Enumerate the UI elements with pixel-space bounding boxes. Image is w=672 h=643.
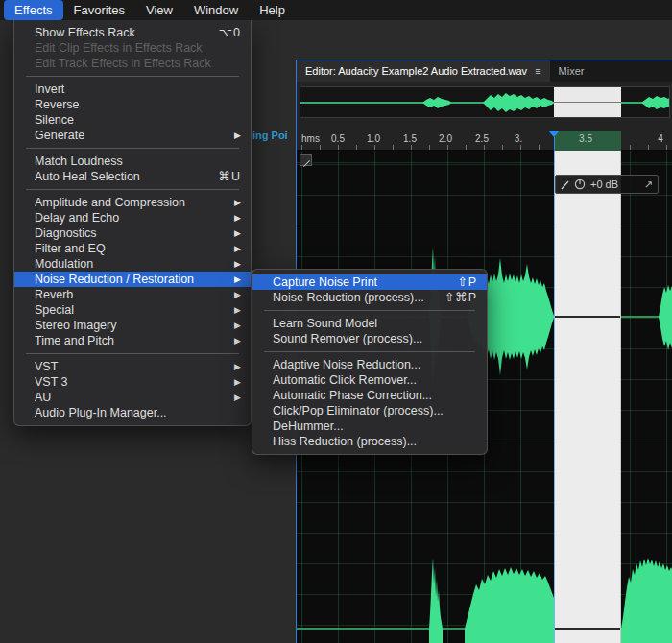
menu-item-show-effects-rack[interactable]: Show Effects Rack⌥0 <box>14 25 251 40</box>
effects-menu: Show Effects Rack⌥0Edit Clip Effects in … <box>13 20 252 426</box>
menu-item-modulation[interactable]: Modulation▶ <box>14 256 251 272</box>
menu-item-reverse[interactable]: Reverse <box>14 97 251 112</box>
menu-item-delay-and-echo[interactable]: Delay and Echo▶ <box>14 210 251 226</box>
submenu-arrow-icon: ▶ <box>231 256 241 272</box>
menu-separator <box>26 353 239 354</box>
menu-item-match-loudness[interactable]: Match Loudness <box>14 154 251 169</box>
menubar-item-window[interactable]: Window <box>183 0 249 20</box>
submenu-arrow-icon: ▶ <box>231 272 241 287</box>
menu-item-sound-remover-process[interactable]: Sound Remover (process)... <box>252 331 487 346</box>
menu-item-shortcut: ⌘U <box>218 169 241 184</box>
menu-item-edit-track-effects-in-effects-rack: Edit Track Effects in Effects Rack <box>14 56 251 71</box>
menu-item-audio-plug-in-manager[interactable]: Audio Plug-In Manager... <box>14 405 251 420</box>
menu-item-label: Amplitude and Compression <box>35 195 222 210</box>
menu-item-vst[interactable]: VST▶ <box>14 359 251 374</box>
submenu-arrow-icon: ▶ <box>231 128 241 143</box>
panel-tabbar: Editor: Audacity Example2 Audio Extracte… <box>297 60 672 82</box>
menu-item-filter-and-eq[interactable]: Filter and EQ▶ <box>14 241 251 256</box>
menu-item-special[interactable]: Special▶ <box>14 302 251 318</box>
menu-item-label: Diagnostics <box>35 226 222 241</box>
menu-item-label: Click/Pop Eliminator (process)... <box>273 403 477 418</box>
menu-item-label: Match Loudness <box>35 154 241 169</box>
menu-item-amplitude-and-compression[interactable]: Amplitude and Compression▶ <box>14 195 251 210</box>
menu-item-automatic-click-remover[interactable]: Automatic Click Remover... <box>252 372 487 388</box>
menu-item-label: Delay and Echo <box>35 210 222 226</box>
menu-item-label: Show Effects Rack <box>35 25 202 40</box>
menu-item-capture-noise-print[interactable]: Capture Noise Print⇧P <box>252 274 487 290</box>
noise-reduction-submenu: Capture Noise Print⇧PNoise Reduction (pr… <box>252 269 488 455</box>
menu-item-label: Special <box>35 302 222 318</box>
gain-knob-icon[interactable] <box>574 179 586 190</box>
menu-item-label: Automatic Click Remover... <box>273 372 477 388</box>
submenu-arrow-icon: ▶ <box>231 287 241 302</box>
menu-item-automatic-phase-correction[interactable]: Automatic Phase Correction... <box>252 388 487 403</box>
submenu-arrow-icon: ▶ <box>231 333 241 348</box>
menu-item-noise-reduction-restoration[interactable]: Noise Reduction / Restoration▶ <box>14 272 251 287</box>
gain-value[interactable]: +0 dB <box>590 179 618 190</box>
panel-menu-icon[interactable]: ≡ <box>535 65 540 77</box>
submenu-arrow-icon: ▶ <box>231 318 241 333</box>
menu-item-stereo-imagery[interactable]: Stereo Imagery▶ <box>14 318 251 333</box>
menu-separator <box>26 148 239 149</box>
menu-item-time-and-pitch[interactable]: Time and Pitch▶ <box>14 333 251 348</box>
menu-item-label: Noise Reduction / Restoration <box>35 272 222 287</box>
ruler-tick-4: 4 <box>658 133 663 144</box>
menubar-item-favorites[interactable]: Favorites <box>63 0 135 20</box>
menu-item-click-pop-eliminator-process[interactable]: Click/Pop Eliminator (process)... <box>252 403 487 418</box>
menu-item-label: Edit Clip Effects in Effects Rack <box>35 40 241 56</box>
tab-mixer[interactable]: Mixer <box>550 60 593 82</box>
menu-item-label: Audio Plug-In Manager... <box>35 405 241 420</box>
clipped-label-fragment: ing Poi <box>252 130 288 141</box>
menu-item-noise-reduction-process[interactable]: Noise Reduction (process)...⇧⌘P <box>252 290 487 305</box>
menu-item-label: Filter and EQ <box>35 241 222 256</box>
menu-item-auto-heal-selection[interactable]: Auto Heal Selection⌘U <box>14 169 251 184</box>
menu-item-dehummer[interactable]: DeHummer... <box>252 418 487 434</box>
submenu-arrow-icon: ▶ <box>231 390 241 405</box>
menu-item-diagnostics[interactable]: Diagnostics▶ <box>14 226 251 241</box>
menubar-item-help[interactable]: Help <box>249 0 296 20</box>
menu-item-label: Time and Pitch <box>35 333 222 348</box>
menu-item-edit-clip-effects-in-effects-rack: Edit Clip Effects in Effects Rack <box>14 40 251 56</box>
submenu-arrow-icon: ▶ <box>231 374 241 390</box>
selection-region[interactable] <box>554 151 621 643</box>
submenu-arrow-icon: ▶ <box>231 359 241 374</box>
menubar-item-view[interactable]: View <box>135 0 183 20</box>
menu-item-label: AU <box>35 390 222 405</box>
submenu-arrow-icon: ▶ <box>231 195 241 210</box>
menu-item-reverb[interactable]: Reverb▶ <box>14 287 251 302</box>
timeline-ruler[interactable]: hms0.51.01.52.02.53.3.54 <box>297 131 672 151</box>
menu-item-label: Reverb <box>35 287 222 302</box>
gain-hud[interactable]: +0 dB ↗ <box>555 175 659 194</box>
menu-item-vst-3[interactable]: VST 3▶ <box>14 374 251 390</box>
submenu-arrow-icon: ▶ <box>231 210 241 226</box>
overview-selection[interactable] <box>554 87 621 117</box>
ruler-tick-0-5: 0.5 <box>331 133 345 144</box>
tab-editor-label: Editor: Audacity Example2 Audio Extracte… <box>305 65 527 77</box>
menu-item-generate[interactable]: Generate▶ <box>14 128 251 143</box>
menu-item-label: Noise Reduction (process)... <box>273 290 427 305</box>
expand-icon[interactable]: ↗ <box>644 179 653 190</box>
corner-widget-icon[interactable] <box>300 154 312 166</box>
menu-item-au[interactable]: AU▶ <box>14 390 251 405</box>
menu-item-learn-sound-model[interactable]: Learn Sound Model <box>252 316 487 331</box>
selection-left-channel-line <box>555 316 620 318</box>
playhead-marker[interactable] <box>548 131 560 137</box>
menu-item-label: VST <box>35 359 222 374</box>
menubar: EffectsFavoritesViewWindowHelp <box>0 0 672 20</box>
ruler-tick-2-0: 2.0 <box>439 133 452 144</box>
ruler-tick-2-5: 2.5 <box>475 133 489 144</box>
menu-item-silence[interactable]: Silence <box>14 112 251 128</box>
menu-item-adaptive-noise-reduction[interactable]: Adaptive Noise Reduction... <box>252 357 487 372</box>
menu-item-hiss-reduction-process[interactable]: Hiss Reduction (process)... <box>252 434 487 449</box>
submenu-arrow-icon: ▶ <box>231 241 241 256</box>
waveform-overview[interactable] <box>300 86 670 118</box>
menu-item-label: Edit Track Effects in Effects Rack <box>35 56 241 71</box>
menu-item-label: Adaptive Noise Reduction... <box>273 357 477 372</box>
tab-mixer-label: Mixer <box>559 65 585 77</box>
menu-item-shortcut: ⇧⌘P <box>444 290 477 305</box>
tab-editor[interactable]: Editor: Audacity Example2 Audio Extracte… <box>297 60 550 82</box>
menu-item-label: Stereo Imagery <box>35 318 222 333</box>
menubar-item-effects[interactable]: Effects <box>4 0 63 20</box>
menu-item-invert[interactable]: Invert <box>14 82 251 97</box>
ruler-tick-3: 3. <box>515 133 522 144</box>
